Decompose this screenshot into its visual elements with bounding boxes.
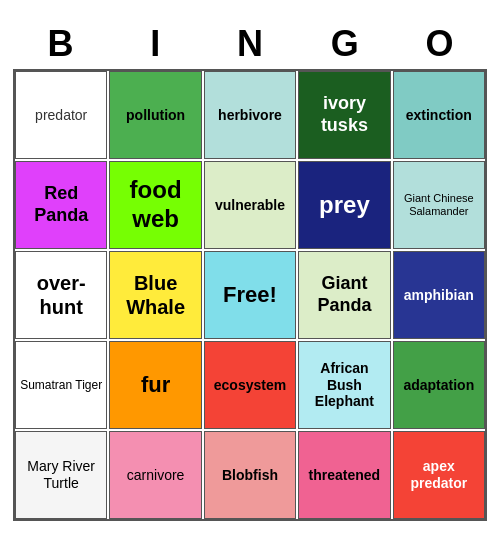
letter-i: I [108, 23, 203, 65]
cell-r0-c2[interactable]: herbivore [204, 71, 296, 159]
cell-r1-c2[interactable]: vulnerable [204, 161, 296, 249]
cell-r3-c3[interactable]: African Bush Elephant [298, 341, 390, 429]
cell-r2-c0[interactable]: over-hunt [15, 251, 107, 339]
cell-r4-c2[interactable]: Blobfish [204, 431, 296, 519]
cell-r3-c1[interactable]: fur [109, 341, 201, 429]
bingo-header: B I N G O [13, 23, 487, 65]
cell-r3-c0[interactable]: Sumatran Tiger [15, 341, 107, 429]
bingo-card: B I N G O predatorpollutionherbivoreivor… [5, 15, 495, 529]
cell-r2-c1[interactable]: Blue Whale [109, 251, 201, 339]
letter-g: G [297, 23, 392, 65]
cell-r4-c1[interactable]: carnivore [109, 431, 201, 519]
cell-r0-c3[interactable]: ivory tusks [298, 71, 390, 159]
cell-r0-c1[interactable]: pollution [109, 71, 201, 159]
cell-r3-c4[interactable]: adaptation [393, 341, 485, 429]
cell-r1-c4[interactable]: Giant Chinese Salamander [393, 161, 485, 249]
letter-o: O [392, 23, 487, 65]
cell-r2-c4[interactable]: amphibian [393, 251, 485, 339]
cell-r0-c0[interactable]: predator [15, 71, 107, 159]
cell-r2-c3[interactable]: Giant Panda [298, 251, 390, 339]
bingo-grid: predatorpollutionherbivoreivory tusksext… [13, 69, 487, 521]
cell-r0-c4[interactable]: extinction [393, 71, 485, 159]
cell-r1-c1[interactable]: food web [109, 161, 201, 249]
cell-r1-c3[interactable]: prey [298, 161, 390, 249]
cell-r3-c2[interactable]: ecosystem [204, 341, 296, 429]
letter-n: N [203, 23, 298, 65]
letter-b: B [13, 23, 108, 65]
cell-r4-c4[interactable]: apex predator [393, 431, 485, 519]
cell-r2-c2[interactable]: Free! [204, 251, 296, 339]
cell-r4-c3[interactable]: threatened [298, 431, 390, 519]
cell-r1-c0[interactable]: Red Panda [15, 161, 107, 249]
cell-r4-c0[interactable]: Mary River Turtle [15, 431, 107, 519]
